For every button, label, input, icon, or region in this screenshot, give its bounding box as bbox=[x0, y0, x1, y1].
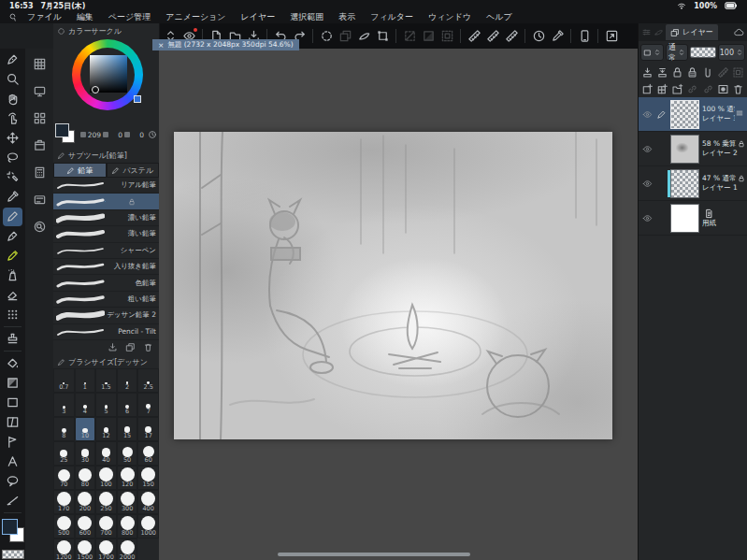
layer-row[interactable]: 58 % 乗算レイヤー 2 bbox=[639, 132, 747, 166]
figure-tool[interactable] bbox=[3, 394, 22, 412]
stamp-tool[interactable] bbox=[3, 330, 22, 349]
transfer-to-lower-button[interactable] bbox=[640, 65, 654, 79]
cloud-icon[interactable] bbox=[733, 27, 744, 38]
special-selection-button[interactable] bbox=[317, 26, 336, 47]
brush-size-7[interactable]: 7 bbox=[137, 393, 159, 417]
color-swatch-pair[interactable] bbox=[55, 123, 79, 146]
brush-size-25[interactable]: 25 bbox=[53, 441, 75, 466]
fullscreen-button[interactable] bbox=[602, 26, 621, 47]
layer-thumbnail[interactable] bbox=[670, 169, 699, 198]
subtool-tab-0[interactable]: 鉛筆 bbox=[53, 163, 107, 178]
brush-size-2[interactable]: 2 bbox=[117, 368, 138, 393]
menu-item-1[interactable]: 編集 bbox=[69, 11, 101, 23]
pen2-tool[interactable] bbox=[3, 227, 22, 246]
blend-brush-button[interactable] bbox=[354, 26, 373, 47]
brush-size-500[interactable]: 500 bbox=[53, 514, 75, 538]
layer-row[interactable]: 47 % 通常レイヤー 1 bbox=[639, 166, 747, 201]
menu-item-0[interactable]: ファイル bbox=[20, 11, 69, 23]
brush-size-200[interactable]: 200 bbox=[75, 490, 96, 514]
brush-item[interactable]: デッサン鉛筆 2 bbox=[53, 308, 159, 323]
layer-visibility-eye-icon[interactable] bbox=[640, 179, 654, 189]
line-correct-tool[interactable] bbox=[3, 492, 22, 510]
layer-menu-icon[interactable] bbox=[735, 108, 745, 120]
menu-item-7[interactable]: フィルター bbox=[363, 11, 421, 23]
zoom-tool[interactable] bbox=[3, 70, 22, 89]
lasso-tool[interactable] bbox=[3, 149, 22, 167]
brush-size-40[interactable]: 40 bbox=[95, 441, 117, 466]
new-raster-layer-button[interactable] bbox=[640, 81, 654, 96]
brush-size-0.7[interactable]: 0.7 bbox=[53, 368, 75, 393]
brush-size-400[interactable]: 400 bbox=[137, 490, 159, 514]
eyedropper-tool[interactable] bbox=[3, 188, 22, 207]
snap-to-special-ruler-button[interactable] bbox=[483, 26, 502, 47]
menu-item-2[interactable]: ページ管理 bbox=[101, 11, 158, 23]
layer-row[interactable]: 用紙 bbox=[639, 201, 747, 236]
brush-size-70[interactable]: 70 bbox=[53, 466, 75, 490]
window-palette[interactable] bbox=[28, 79, 50, 102]
brush-size-700[interactable]: 700 bbox=[95, 514, 117, 538]
brush-item[interactable]: リアル鉛筆 bbox=[53, 178, 159, 194]
enable-ruler-button[interactable] bbox=[716, 65, 730, 79]
clip-to-layer-below-button[interactable] bbox=[701, 65, 715, 79]
brush-size-250[interactable]: 250 bbox=[95, 490, 117, 514]
brush-size-8[interactable]: 8 bbox=[53, 417, 75, 441]
color-wheel[interactable] bbox=[53, 37, 159, 123]
menu-item-3[interactable]: アニメーション bbox=[158, 11, 233, 23]
brush-item[interactable]: シャーペン bbox=[53, 243, 159, 259]
frame-border-tool[interactable] bbox=[3, 413, 22, 432]
menu-item-5[interactable]: 選択範囲 bbox=[282, 11, 331, 23]
brush-size-300[interactable]: 300 bbox=[117, 490, 138, 514]
brush-size-80[interactable]: 80 bbox=[75, 466, 96, 490]
brush-size-2.5[interactable]: 2.5 bbox=[137, 368, 159, 393]
opacity-stepper[interactable]: 100 bbox=[718, 44, 745, 61]
text-tool[interactable] bbox=[3, 452, 22, 471]
hand-tool[interactable] bbox=[3, 90, 22, 108]
subtool-tab-1[interactable]: パステル bbox=[107, 163, 160, 178]
sv-handle[interactable] bbox=[92, 86, 99, 93]
home-indicator[interactable] bbox=[278, 553, 470, 556]
brush-size-170[interactable]: 170 bbox=[53, 490, 75, 514]
pen-tool[interactable] bbox=[3, 50, 22, 69]
opacity-slider[interactable] bbox=[690, 47, 716, 58]
selection-border-button[interactable] bbox=[438, 26, 456, 47]
color-wheel-header[interactable]: カラーサークル bbox=[53, 23, 159, 37]
brush-size-1500[interactable]: 1500 bbox=[75, 538, 96, 560]
snap-to-ruler-button[interactable] bbox=[465, 26, 483, 47]
brush-size-5[interactable]: 5 bbox=[95, 393, 117, 417]
ruler-flag-tool[interactable] bbox=[3, 433, 22, 452]
brush-size-12[interactable]: 12 bbox=[95, 417, 117, 441]
layer-thumbnail[interactable] bbox=[670, 204, 699, 233]
layer-tab[interactable]: レイヤー bbox=[666, 24, 718, 40]
brush-item[interactable]: デッサン鉛筆 bbox=[53, 194, 159, 209]
brush-size-1000[interactable]: 1000 bbox=[137, 514, 159, 538]
palette-display-combo[interactable] bbox=[640, 44, 664, 61]
balloon-tool[interactable] bbox=[3, 472, 22, 491]
subtool-header[interactable]: サブツール[鉛筆] bbox=[53, 148, 159, 162]
brush-item[interactable]: 粗い鉛筆 bbox=[53, 292, 159, 308]
brush-item[interactable]: Pencil - Tilt bbox=[53, 324, 159, 340]
workspace-palette[interactable] bbox=[28, 107, 50, 129]
invert-selection-button[interactable] bbox=[419, 26, 438, 47]
marker-tool[interactable] bbox=[3, 247, 22, 266]
airbrush-tool[interactable] bbox=[3, 266, 22, 285]
brush-size-header[interactable]: ブラシサイズ[デッサン bbox=[53, 354, 159, 368]
transform-button[interactable] bbox=[373, 26, 392, 47]
eyedropper-button[interactable] bbox=[548, 26, 567, 47]
document-tab[interactable]: × 無題 (2732 x 2048px 350dpi 54.6%) bbox=[152, 39, 299, 50]
new-folder-button[interactable] bbox=[670, 81, 684, 96]
brush-size-60[interactable]: 60 bbox=[137, 441, 159, 466]
companion-mode-button[interactable] bbox=[575, 26, 594, 47]
panel-tab-brush-icon[interactable] bbox=[654, 27, 664, 37]
brush-size-10[interactable]: 10 bbox=[75, 417, 96, 441]
duplicate-subtool-button[interactable] bbox=[125, 342, 136, 352]
document-tab-close[interactable]: × bbox=[158, 41, 164, 50]
brush-item[interactable]: 色鉛筆 bbox=[53, 275, 159, 291]
brush-size-2000[interactable]: 2000 bbox=[117, 538, 138, 560]
material-palette[interactable] bbox=[28, 134, 50, 156]
delete-layer-button[interactable] bbox=[731, 81, 745, 96]
app-logo-icon[interactable] bbox=[7, 12, 18, 22]
brush-size-50[interactable]: 50 bbox=[117, 441, 138, 466]
menu-item-9[interactable]: ヘルプ bbox=[479, 11, 520, 23]
brush-size-800[interactable]: 800 bbox=[117, 514, 138, 538]
brush-size-4[interactable]: 4 bbox=[75, 393, 96, 417]
